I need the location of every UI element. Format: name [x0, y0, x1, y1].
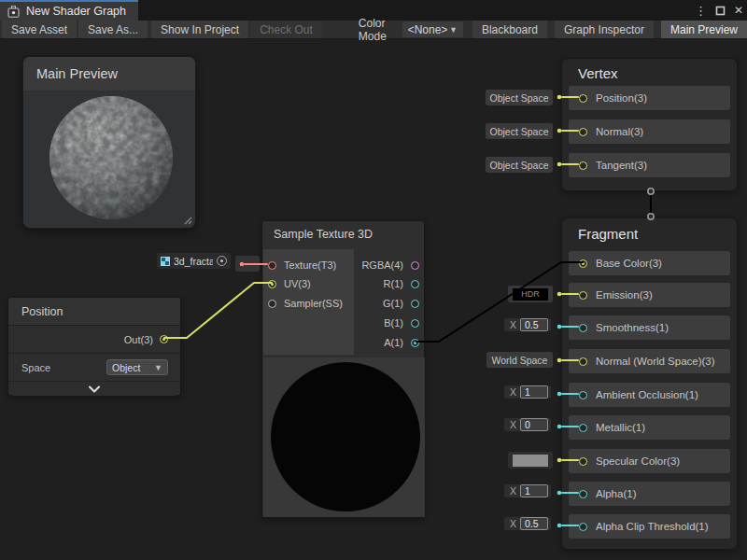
slot-label: Alpha(1) — [596, 488, 636, 499]
alpha-clip-slot: Alpha Clip Threshold(1) — [569, 514, 730, 539]
specular-color-port[interactable] — [579, 457, 587, 466]
object-picker-icon[interactable] — [217, 256, 227, 266]
alpha-clip-value[interactable]: 0.5 — [520, 517, 548, 530]
texture-3d-icon — [161, 257, 170, 266]
x-label: X — [507, 419, 516, 430]
specular-color-swatch[interactable] — [513, 455, 548, 467]
smoothness-port[interactable] — [579, 324, 587, 332]
uv-input-port[interactable] — [268, 280, 276, 288]
blackboard-toggle-button[interactable]: Blackboard — [472, 21, 547, 38]
alpha-value[interactable]: 1 — [520, 484, 548, 497]
ambient-occlusion-float-field[interactable]: X 1 — [504, 385, 551, 399]
chevron-down-icon: ▼ — [154, 363, 162, 372]
emission-slot: Emission(3) — [569, 283, 730, 307]
save-asset-button[interactable]: Save Asset — [2, 21, 77, 38]
tangent-space-pill[interactable]: Object Space — [486, 157, 553, 173]
close-icon[interactable]: ✕ — [734, 4, 743, 17]
normal-ws-slot: Normal (World Space)(3) — [569, 349, 730, 373]
color-mode-dropdown[interactable]: <None> ▼ — [402, 21, 463, 37]
position-out-port[interactable] — [160, 335, 168, 343]
texture-input-port[interactable] — [268, 261, 276, 270]
maximize-icon[interactable] — [715, 6, 726, 16]
tab-title: New Shader Graph — [26, 5, 126, 18]
save-as-button[interactable]: Save As... — [78, 21, 148, 38]
r-output-port[interactable] — [411, 280, 419, 288]
metallic-float-field[interactable]: X 0 — [504, 418, 551, 431]
position-node[interactable]: Position Out(3) Space Object ▼ — [7, 297, 181, 396]
b-output-port[interactable] — [411, 319, 419, 328]
sample-texture-3d-node[interactable]: Sample Texture 3D Texture(T3) UV(3) Samp… — [261, 220, 425, 518]
color-mode-value: <None> — [408, 23, 448, 36]
rgba-output-row: RGBA(4) — [361, 255, 419, 275]
alpha-clip-float-field[interactable]: X 0.5 — [504, 517, 551, 530]
main-preview-toggle-button[interactable]: Main Preview — [661, 21, 747, 38]
vertex-position-slot: Position(3) — [569, 86, 730, 110]
alpha-clip-port[interactable] — [579, 523, 587, 531]
rgba-output-port[interactable] — [411, 261, 419, 270]
vertex-position-port[interactable] — [579, 94, 587, 103]
alpha-port[interactable] — [579, 490, 587, 498]
x-label: X — [507, 386, 516, 398]
metallic-slot: Metallic(1) — [569, 415, 730, 440]
check-out-button: Check Out — [250, 21, 322, 38]
normal-space-mode-pill[interactable]: World Space — [486, 352, 553, 368]
slot-label: Out(3) — [124, 334, 153, 345]
vertex-normal-port[interactable] — [579, 128, 587, 136]
emission-hdr-field[interactable]: HDR — [508, 286, 553, 302]
vertex-node[interactable]: Vertex Position(3) Normal(3) Tangent(3) — [561, 58, 738, 191]
vertex-tangent-port[interactable] — [579, 161, 587, 170]
texture-connector-well — [235, 256, 260, 272]
hdr-color-swatch[interactable]: HDR — [513, 288, 548, 301]
ambient-occlusion-slot: Ambient Occlusion(1) — [569, 383, 730, 407]
space-row: Space Object ▼ — [8, 353, 180, 381]
texture-asset-field[interactable]: 3d_fractal_n — [157, 253, 231, 269]
graph-inspector-toggle-button[interactable]: Graph Inspector — [555, 21, 654, 38]
smoothness-float-field[interactable]: X 0.5 — [504, 318, 551, 331]
slot-label: Emission(3) — [596, 289, 653, 301]
sampler-input-port[interactable] — [268, 300, 276, 308]
edge-alpha-to-base-color[interactable] — [416, 262, 583, 342]
base-color-port[interactable] — [579, 259, 587, 268]
metallic-port[interactable] — [579, 424, 587, 432]
g-output-row: G(1) — [383, 293, 419, 314]
a-output-row: A(1) — [384, 332, 419, 353]
x-label: X — [507, 485, 516, 497]
r-output-row: R(1) — [384, 273, 419, 294]
main-preview-title: Main Preview — [36, 66, 118, 81]
smoothness-value[interactable]: 0.5 — [520, 318, 548, 331]
main-preview-header[interactable]: Main Preview — [23, 57, 195, 91]
collapse-control[interactable] — [8, 381, 180, 396]
ambient-occlusion-value[interactable]: 1 — [520, 385, 548, 399]
normal-ws-port[interactable] — [579, 357, 587, 366]
tab-new-shader-graph[interactable]: New Shader Graph — [0, 0, 138, 21]
out-row: Out(3) — [8, 325, 180, 353]
specular-color-field[interactable] — [508, 452, 553, 469]
slot-label: UV(3) — [284, 278, 311, 289]
metallic-value[interactable]: 0 — [520, 418, 548, 431]
alpha-float-field[interactable]: X 1 — [504, 484, 551, 497]
vertex-node-title: Vertex — [578, 65, 618, 81]
color-mode-label: Color Mode — [359, 21, 395, 38]
normal-space-pill[interactable]: Object Space — [486, 123, 553, 139]
resize-handle[interactable] — [184, 217, 192, 225]
a-output-port[interactable] — [411, 339, 419, 347]
slot-label: Ambient Occlusion(1) — [596, 389, 698, 400]
emission-port[interactable] — [579, 291, 587, 300]
slot-label: Base Color(3) — [596, 258, 662, 269]
slot-label: RGBA(4) — [361, 259, 403, 271]
specular-color-slot: Specular Color(3) — [569, 449, 730, 473]
shader-graph-icon — [7, 6, 20, 18]
slot-label: Normal(3) — [596, 126, 643, 137]
kebab-menu-icon[interactable]: ⋮ — [695, 4, 707, 18]
space-dropdown[interactable]: Object ▼ — [106, 359, 168, 375]
main-preview-panel[interactable]: Main Preview — [22, 56, 196, 229]
fragment-node[interactable]: Fragment Base Color(3) Emission(3) Smoot… — [561, 217, 738, 550]
show-in-project-button[interactable]: Show In Project — [151, 21, 248, 38]
slot-label: Specular Color(3) — [596, 455, 680, 467]
g-output-port[interactable] — [411, 300, 419, 308]
ambient-occlusion-port[interactable] — [579, 391, 587, 399]
x-label: X — [507, 518, 516, 529]
uv-input-row: UV(3) — [268, 273, 311, 294]
slot-label: R(1) — [384, 278, 403, 289]
position-space-pill[interactable]: Object Space — [486, 90, 553, 105]
